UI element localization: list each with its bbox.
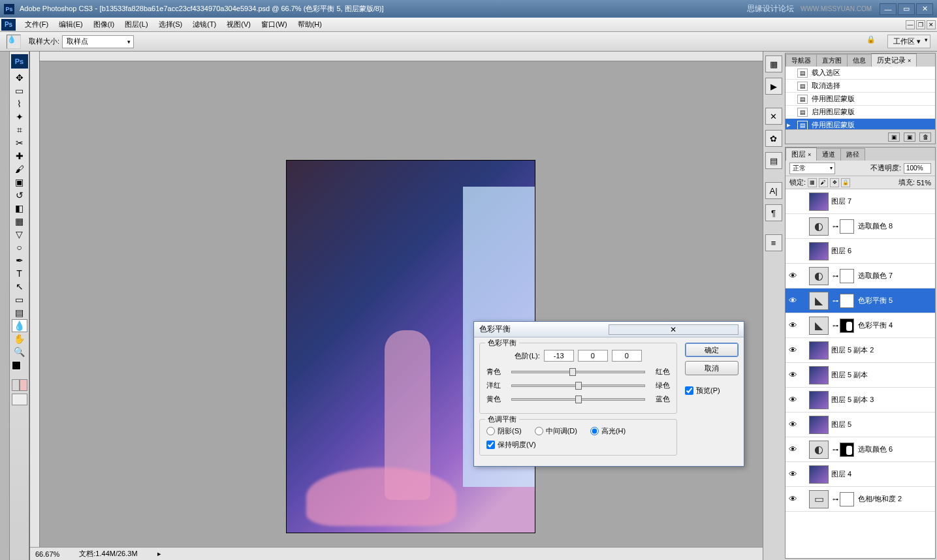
wand-tool[interactable]: ✦ <box>12 110 27 123</box>
dock-slot-tools-icon[interactable]: ✕ <box>765 108 782 125</box>
menu-file[interactable]: 文件(F) <box>20 18 54 31</box>
menu-select[interactable]: 选择(S) <box>153 18 188 31</box>
dock-slot-grid-icon[interactable]: ▦ <box>765 55 782 72</box>
slider-track[interactable] <box>511 398 645 401</box>
tab-navigator[interactable]: 导航器 <box>786 54 817 67</box>
visibility-toggle[interactable]: 👁 <box>786 395 800 405</box>
level-yellow-blue[interactable] <box>612 350 642 362</box>
layer-row[interactable]: ◐⊶选取颜色 8 <box>786 214 935 239</box>
dock-slot-para-icon[interactable]: ¶ <box>765 204 782 221</box>
history-brush-tool[interactable]: ↺ <box>12 189 27 202</box>
layer-row[interactable]: 👁图层 5 <box>786 412 935 437</box>
crop-tool[interactable]: ⌗ <box>12 123 27 136</box>
layer-row[interactable]: 👁◣⊶色彩平衡 4 <box>786 313 935 338</box>
gradient-tool[interactable]: ▦ <box>12 215 27 228</box>
doc-minimize-button[interactable]: — <box>906 20 915 29</box>
eraser-tool[interactable]: ◧ <box>12 202 27 215</box>
layer-row[interactable]: 👁◣⊶色彩平衡 5 <box>786 288 935 313</box>
tab-history[interactable]: 历史记录× <box>871 54 917 67</box>
history-trash-icon[interactable]: 🗑 <box>919 132 931 142</box>
slice-tool[interactable]: ✂ <box>12 136 27 149</box>
path-tool[interactable]: ↖ <box>12 280 27 293</box>
eyedropper-tool-icon[interactable]: 💧 <box>7 35 21 49</box>
blend-mode-select[interactable]: 正常 <box>789 163 835 174</box>
lock-all-icon[interactable]: 🔒 <box>841 178 850 187</box>
menu-view[interactable]: 视图(V) <box>221 18 256 31</box>
fill-field[interactable]: 51% <box>917 179 931 187</box>
screenmode-toggle[interactable] <box>12 394 27 405</box>
visibility-toggle[interactable]: 👁 <box>786 494 800 504</box>
menu-edit[interactable]: 编辑(E) <box>54 18 88 31</box>
lock-paint-icon[interactable]: 🖌 <box>819 178 828 187</box>
marquee-tool[interactable]: ▭ <box>12 84 27 97</box>
ok-button[interactable]: 确定 <box>685 343 738 357</box>
layer-row[interactable]: 图层 7 <box>786 189 935 214</box>
doc-restore-button[interactable]: ❐ <box>916 20 925 29</box>
menu-window[interactable]: 窗口(W) <box>256 18 293 31</box>
color-swatches[interactable] <box>12 361 27 377</box>
dock-slot-play-icon[interactable]: ▶ <box>765 78 782 95</box>
dock-slot-swatch-icon[interactable]: ▤ <box>765 152 782 169</box>
sample-size-select[interactable]: 取样点 <box>62 35 134 48</box>
workspace-dropdown[interactable]: 工作区 ▾ <box>887 35 930 48</box>
dock-slot-list-icon[interactable]: ≡ <box>765 234 782 251</box>
history-item[interactable]: ▤停用图层蒙版 <box>786 93 935 106</box>
radio-midtones[interactable]: 中间调(D) <box>535 426 577 436</box>
zoom-value[interactable]: 66.67% <box>35 550 59 558</box>
history-item[interactable]: ▸▤停用图层蒙版 <box>786 119 935 129</box>
brush-tool[interactable]: 🖌 <box>12 163 27 176</box>
layer-row[interactable]: 👁◐⊶选取颜色 6 <box>786 437 935 462</box>
ps-menu-icon[interactable]: Ps <box>1 19 16 31</box>
healing-tool[interactable]: ✚ <box>12 149 27 163</box>
visibility-toggle[interactable]: 👁 <box>786 271 800 281</box>
menu-layer[interactable]: 图层(L) <box>119 18 153 31</box>
move-tool[interactable]: ✥ <box>12 71 27 84</box>
layer-row[interactable]: 👁◐⊶选取颜色 7 <box>786 264 935 288</box>
slider-track[interactable] <box>511 384 645 387</box>
lock-trans-icon[interactable]: ▦ <box>808 178 817 187</box>
visibility-toggle[interactable]: 👁 <box>786 345 800 355</box>
visibility-toggle[interactable]: 👁 <box>786 320 800 330</box>
opacity-field[interactable]: 100% <box>904 163 931 174</box>
tab-info[interactable]: 信息 <box>847 54 872 67</box>
history-snapshot-icon[interactable]: ▣ <box>888 132 900 142</box>
hand-tool[interactable]: ✋ <box>12 332 27 345</box>
tab-histogram[interactable]: 直方图 <box>816 54 848 67</box>
preserve-luminosity-check[interactable]: 保持明度(V) <box>486 440 670 450</box>
history-item[interactable]: ▤启用图层蒙版 <box>786 106 935 119</box>
visibility-toggle[interactable]: 👁 <box>786 296 800 305</box>
dock-slot-type-icon[interactable]: A| <box>765 182 782 199</box>
tab-layers[interactable]: 图层× <box>786 148 817 161</box>
tab-channels[interactable]: 通道 <box>816 148 841 161</box>
lasso-tool[interactable]: ⌇ <box>12 97 27 110</box>
dodge-tool[interactable]: ○ <box>12 241 27 254</box>
visibility-toggle[interactable]: 👁 <box>786 444 800 454</box>
stamp-tool[interactable]: ▣ <box>12 176 27 189</box>
menu-help[interactable]: 帮助(H) <box>293 18 327 31</box>
level-cyan-red[interactable] <box>544 350 574 362</box>
dialog-close-button[interactable]: ✕ <box>609 324 739 335</box>
maximize-button[interactable]: ▭ <box>898 3 915 15</box>
pen-tool[interactable]: ✒ <box>12 254 27 267</box>
cancel-button[interactable]: 取消 <box>685 361 738 375</box>
lock-move-icon[interactable]: ✥ <box>830 178 839 187</box>
visibility-toggle[interactable]: 👁 <box>786 420 800 429</box>
tab-paths[interactable]: 路径 <box>840 148 865 161</box>
menu-filter[interactable]: 滤镜(T) <box>187 18 221 31</box>
layer-row[interactable]: 图层 6 <box>786 239 935 264</box>
menu-image[interactable]: 图像(I) <box>88 18 119 31</box>
close-button[interactable]: ✕ <box>916 3 933 15</box>
slider-track[interactable] <box>511 371 645 373</box>
layer-row[interactable]: 👁图层 4 <box>786 462 935 487</box>
visibility-toggle[interactable]: 👁 <box>786 469 800 479</box>
radio-shadows[interactable]: 阴影(S) <box>486 426 522 436</box>
dock-slot-char-icon[interactable]: ✿ <box>765 130 782 147</box>
history-new-icon[interactable]: ▣ <box>904 132 915 142</box>
dock-icon[interactable]: 🔒 <box>866 35 882 48</box>
toolbar-badge[interactable]: Ps <box>11 54 28 69</box>
minimize-button[interactable]: — <box>880 3 897 15</box>
radio-highlights[interactable]: 高光(H) <box>590 426 626 436</box>
layer-row[interactable]: 👁▭⊶色相/饱和度 2 <box>786 487 935 512</box>
canvas-area[interactable]: 66.67% 文档:1.44M/26.3M ▸ <box>29 52 763 560</box>
eyedropper-tool[interactable]: 💧 <box>12 319 27 332</box>
